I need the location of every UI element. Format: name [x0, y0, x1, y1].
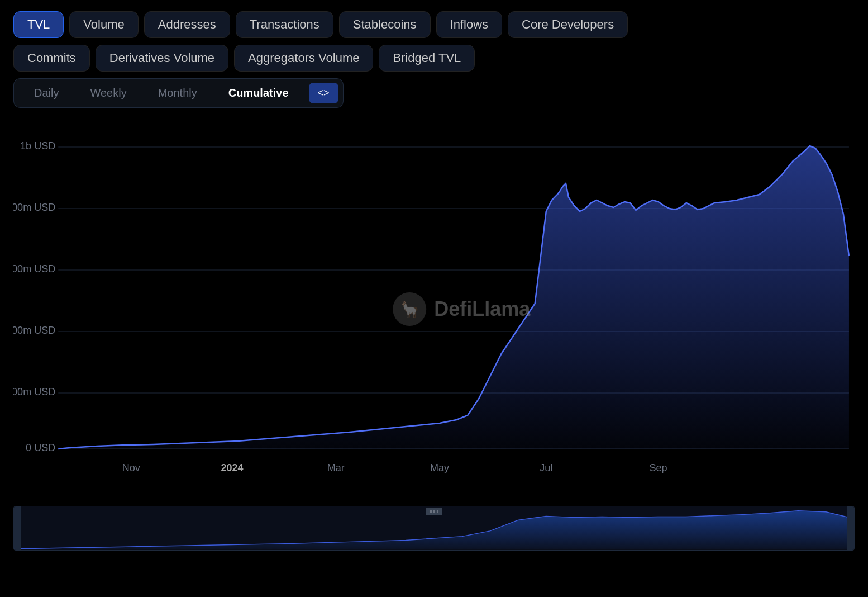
tab-row-1: TVL Volume Addresses Transactions Stable… [13, 11, 855, 38]
tab-inflows[interactable]: Inflows [436, 11, 502, 38]
watermark-label: DefiLlama [434, 297, 530, 321]
chart-area: 1b USD 800m USD 600m USD 400m USD 200m U… [13, 119, 855, 499]
svg-text:Mar: Mar [327, 462, 345, 473]
tab-row-2: Commits Derivatives Volume Aggregators V… [13, 45, 855, 72]
scroll-right-handle[interactable] [847, 506, 854, 550]
tab-tvl[interactable]: TVL [13, 11, 64, 38]
period-daily[interactable]: Daily [18, 82, 74, 104]
tab-aggregators-volume[interactable]: Aggregators Volume [234, 45, 373, 72]
period-selector: Daily Weekly Monthly Cumulative <> [13, 78, 344, 108]
defillama-logo-icon: 🦙 [393, 292, 426, 326]
tab-transactions[interactable]: Transactions [236, 11, 333, 38]
range-selector[interactable] [13, 506, 855, 551]
scrollbar-handle[interactable] [426, 508, 442, 515]
svg-text:Jul: Jul [540, 462, 552, 473]
svg-text:2024: 2024 [221, 462, 243, 473]
svg-text:May: May [430, 462, 449, 473]
tab-commits[interactable]: Commits [13, 45, 90, 72]
tab-core-developers[interactable]: Core Developers [508, 11, 628, 38]
tab-stablecoins[interactable]: Stablecoins [339, 11, 431, 38]
svg-text:200m USD: 200m USD [13, 386, 55, 397]
period-weekly[interactable]: Weekly [74, 82, 142, 104]
svg-text:1b USD: 1b USD [20, 140, 55, 151]
svg-text:0 USD: 0 USD [26, 442, 55, 453]
chart-watermark: 🦙 DefiLlama [393, 292, 530, 326]
tab-volume[interactable]: Volume [69, 11, 138, 38]
period-cumulative[interactable]: Cumulative [213, 82, 304, 104]
tab-addresses[interactable]: Addresses [144, 11, 230, 38]
code-embed-button[interactable]: <> [309, 83, 338, 103]
period-monthly[interactable]: Monthly [142, 82, 213, 104]
svg-text:Nov: Nov [122, 462, 140, 473]
svg-text:400m USD: 400m USD [13, 325, 55, 336]
svg-text:800m USD: 800m USD [13, 202, 55, 213]
svg-text:Sep: Sep [650, 462, 667, 473]
svg-text:600m USD: 600m USD [13, 263, 55, 274]
tab-derivatives-volume[interactable]: Derivatives Volume [96, 45, 228, 72]
tab-bridged-tvl[interactable]: Bridged TVL [379, 45, 475, 72]
scroll-left-handle[interactable] [14, 506, 21, 550]
